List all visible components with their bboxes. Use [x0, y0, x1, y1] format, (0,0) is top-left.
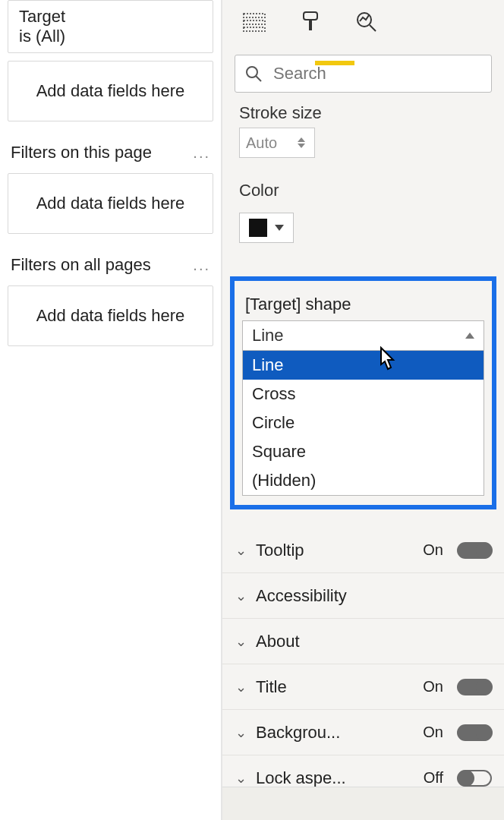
shape-option-circle[interactable]: Circle	[243, 408, 484, 437]
search-input[interactable]	[273, 64, 482, 84]
svg-line-6	[370, 25, 376, 31]
section-title: Lock aspe...	[256, 768, 414, 788]
shape-option-hidden[interactable]: (Hidden)	[243, 466, 484, 495]
stroke-size-input[interactable]: Auto	[239, 128, 315, 158]
format-tab-icon[interactable]	[298, 9, 323, 35]
fields-tab-icon[interactable]	[241, 9, 267, 35]
chevron-down-icon[interactable]	[298, 144, 305, 148]
color-swatch	[249, 219, 267, 237]
section-tooltip[interactable]: ⌄ Tooltip On	[222, 528, 504, 573]
section-title: Backgrou...	[256, 723, 414, 743]
filter-restatement: is (All)	[19, 27, 202, 46]
stroke-size-label: Stroke size	[222, 100, 504, 128]
title-toggle[interactable]	[457, 679, 492, 695]
stroke-size-stepper[interactable]	[298, 137, 308, 148]
shape-option-cross[interactable]: Cross	[243, 380, 484, 408]
toggle-state: On	[423, 678, 443, 695]
visual-filter-dropzone[interactable]: Add data fields here	[8, 61, 213, 121]
chevron-up-icon[interactable]	[298, 137, 305, 142]
color-picker-button[interactable]	[239, 213, 294, 243]
active-tab-indicator	[315, 61, 354, 65]
section-title-format[interactable]: ⌄ Title On	[222, 664, 504, 710]
svg-line-8	[256, 76, 261, 81]
chevron-up-icon	[465, 333, 474, 339]
section-title: Title	[256, 677, 414, 697]
svg-rect-2	[244, 27, 265, 31]
filter-field-name: Target	[19, 7, 202, 27]
stroke-size-value: Auto	[246, 134, 277, 152]
chevron-down-icon: ⌄	[235, 724, 247, 741]
chevron-down-icon: ⌄	[235, 679, 247, 695]
section-background[interactable]: ⌄ Backgrou... On	[222, 710, 504, 755]
toggle-state: On	[423, 724, 443, 741]
chevron-down-icon: ⌄	[235, 542, 247, 559]
all-pages-filter-dropzone[interactable]: Add data fields here	[8, 285, 213, 346]
background-toggle[interactable]	[457, 724, 492, 741]
target-shape-select[interactable]: Line	[242, 320, 484, 351]
target-shape-selected: Line	[252, 326, 284, 345]
color-label: Color	[222, 178, 504, 205]
section-title: About	[256, 632, 492, 651]
svg-point-5	[358, 13, 371, 27]
chevron-down-icon: ⌄	[235, 633, 247, 650]
footer-strip	[222, 787, 504, 820]
toggle-state: Off	[424, 769, 443, 787]
page-filter-dropzone[interactable]: Add data fields here	[8, 173, 213, 234]
target-shape-group: [Target] shape Line Line Cross Circle Sq…	[230, 276, 496, 509]
chevron-down-icon: ⌄	[235, 770, 247, 787]
chevron-down-icon: ⌄	[235, 588, 247, 604]
all-pages-filters-heading: Filters on all pages	[11, 255, 151, 275]
page-filters-more-icon[interactable]: ...	[193, 144, 210, 162]
section-about[interactable]: ⌄ About	[222, 619, 504, 664]
target-shape-options: Line Cross Circle Square (Hidden)	[242, 351, 484, 496]
search-icon	[244, 65, 263, 83]
toggle-state: On	[423, 541, 443, 559]
filters-panel: Target is (All) Add data fields here Fil…	[0, 0, 222, 820]
target-shape-label: [Target] shape	[245, 295, 484, 314]
section-title: Tooltip	[256, 541, 414, 560]
section-accessibility[interactable]: ⌄ Accessibility	[222, 573, 504, 619]
caret-down-icon	[275, 225, 284, 231]
page-filters-heading: Filters on this page	[11, 143, 152, 162]
section-title: Accessibility	[256, 586, 492, 606]
svg-point-7	[247, 67, 257, 77]
tooltip-toggle[interactable]	[457, 542, 492, 559]
format-panel: Stroke size Auto Color [Target] shape Li…	[222, 0, 504, 820]
visual-filter-card[interactable]: Target is (All)	[8, 0, 213, 53]
svg-rect-4	[309, 20, 312, 30]
lock-aspect-toggle[interactable]	[457, 770, 492, 787]
all-pages-filters-more-icon[interactable]: ...	[193, 257, 210, 274]
svg-rect-1	[244, 20, 265, 24]
shape-option-line[interactable]: Line	[243, 351, 484, 380]
search-box[interactable]	[235, 55, 492, 93]
svg-rect-3	[304, 12, 317, 20]
analytics-tab-icon[interactable]	[354, 9, 380, 35]
svg-rect-0	[244, 14, 265, 17]
shape-option-square[interactable]: Square	[243, 437, 484, 466]
